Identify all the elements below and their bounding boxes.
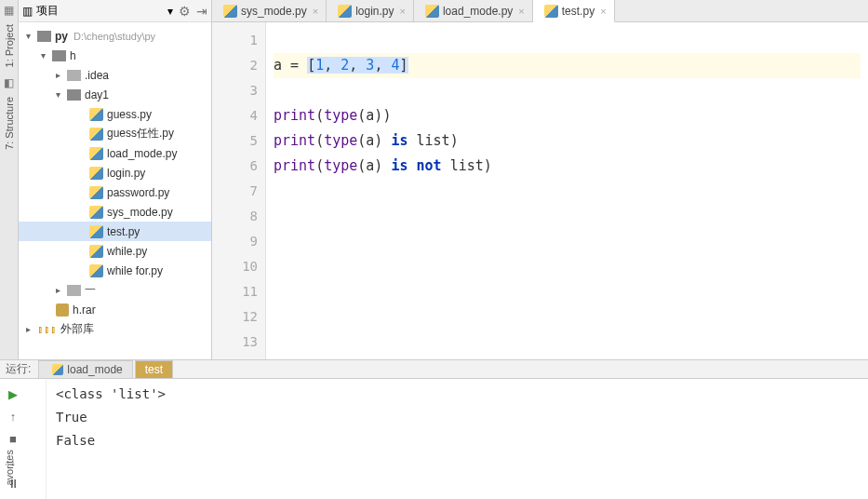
- file-label: login.py: [107, 167, 145, 180]
- tab-test[interactable]: test.py×: [533, 0, 615, 22]
- tree-folder-h[interactable]: ▾ h: [19, 46, 211, 65]
- chevron-down-icon[interactable]: ▾: [52, 89, 63, 100]
- run-button[interactable]: ▶: [4, 384, 22, 403]
- code-editor[interactable]: a = [1, 2, 3, 4] print(type(a)) print(ty…: [266, 22, 868, 359]
- line-number: 6: [212, 154, 258, 179]
- line-number: 2: [212, 53, 258, 78]
- folder-label: .idea: [85, 69, 109, 82]
- close-icon[interactable]: ×: [313, 6, 318, 17]
- tree-folder-dash[interactable]: ▸ 一: [19, 280, 211, 300]
- python-file-icon: [89, 186, 103, 199]
- python-file-icon: [89, 108, 103, 121]
- folder-icon: [67, 70, 81, 81]
- line-number: 12: [212, 304, 258, 330]
- folder-icon: [37, 31, 51, 42]
- external-label: 外部库: [60, 321, 94, 337]
- line-number: 13: [212, 330, 258, 355]
- folder-label: 一: [85, 282, 96, 298]
- project-panel: ▥ 项目 ▾ ⚙ ⇥ ▾ py D:\cheng\study\py ▾ h: [19, 0, 212, 359]
- tab-login[interactable]: login.py×: [327, 0, 414, 21]
- run-label: 运行:: [6, 361, 31, 377]
- python-file-icon: [223, 5, 237, 18]
- tree-file-while-for[interactable]: while for.py: [19, 261, 211, 280]
- structure-tool-tab[interactable]: 7: Structure: [2, 91, 17, 155]
- chevron-right-icon[interactable]: ▸: [52, 70, 63, 80]
- root-label: py: [55, 30, 68, 43]
- svg-rect-3: [67, 89, 81, 101]
- file-label: h.rar: [73, 303, 96, 317]
- line-number: 9: [212, 229, 258, 254]
- line-number: 5: [212, 128, 258, 154]
- folder-icon: [67, 285, 81, 296]
- tree-file-login[interactable]: login.py: [19, 163, 211, 182]
- file-label: password.py: [107, 186, 169, 199]
- project-title: 项目: [36, 3, 167, 19]
- tab-label: test.py: [562, 5, 594, 18]
- line-number: 11: [212, 279, 258, 304]
- tab-label: login.py: [355, 5, 394, 18]
- gear-icon[interactable]: ⚙: [179, 4, 191, 19]
- close-icon[interactable]: ×: [600, 6, 606, 17]
- tree-file-while[interactable]: while.py: [19, 241, 211, 261]
- folder-icon: [67, 89, 81, 101]
- tree-folder-idea[interactable]: ▸ .idea: [19, 65, 211, 85]
- code-line: [274, 78, 861, 103]
- tree-file-guess2[interactable]: guess任性.py: [19, 124, 211, 143]
- output-line: True: [56, 406, 859, 429]
- archive-icon: [56, 303, 69, 317]
- tab-label: sys_mode.py: [241, 5, 307, 18]
- python-file-icon: [52, 364, 63, 375]
- chevron-down-icon[interactable]: ▾: [37, 50, 48, 61]
- python-file-icon: [89, 167, 103, 180]
- project-view-icon: ▥: [22, 5, 33, 18]
- close-icon[interactable]: ×: [518, 6, 524, 17]
- editor-area: sys_mode.py× login.py× load_mode.py× tes…: [212, 0, 868, 359]
- tree-file-password[interactable]: password.py: [19, 182, 211, 202]
- structure-side-icon: ◧: [4, 76, 14, 89]
- collapse-icon[interactable]: ⇥: [196, 4, 207, 19]
- tree-root[interactable]: ▾ py D:\cheng\study\py: [19, 26, 211, 46]
- folder-label: day1: [85, 88, 109, 101]
- code-line: print(type(a)): [274, 103, 861, 128]
- chevron-down-icon[interactable]: ▾: [22, 31, 33, 41]
- line-gutter[interactable]: 1 2 3 4 5 6 7 8 9 10 11 12 13: [212, 22, 266, 359]
- line-number: 7: [212, 179, 258, 204]
- tree-file-guess[interactable]: guess.py: [19, 104, 211, 124]
- tree-external-libs[interactable]: ▸ ⫾⫾⫾ 外部库: [19, 319, 211, 339]
- python-file-icon: [544, 5, 558, 18]
- run-tab-load-mode[interactable]: load_mode: [38, 360, 132, 378]
- python-file-icon: [89, 225, 103, 238]
- file-label: guess任性.py: [107, 126, 174, 142]
- close-icon[interactable]: ×: [400, 6, 406, 17]
- tab-sys-mode[interactable]: sys_mode.py×: [212, 0, 327, 21]
- editor-tabbar: sys_mode.py× login.py× load_mode.py× tes…: [212, 0, 868, 22]
- tree-folder-day1[interactable]: ▾ day1: [19, 85, 211, 104]
- tree-file-sys-mode[interactable]: sys_mode.py: [19, 202, 211, 222]
- line-number: 10: [212, 254, 258, 279]
- run-output[interactable]: <class 'list'> True False: [47, 379, 868, 499]
- tree-file-load-mode[interactable]: load_mode.py: [19, 143, 211, 163]
- favorites-tool-tab[interactable]: avorites: [2, 444, 17, 492]
- project-tool-tab[interactable]: 1: Project: [2, 19, 17, 73]
- chevron-right-icon[interactable]: ▸: [22, 324, 33, 334]
- file-label: while.py: [107, 245, 147, 258]
- python-file-icon: [89, 147, 103, 160]
- tree-file-test[interactable]: test.py: [19, 222, 211, 241]
- svg-rect-4: [67, 285, 81, 296]
- run-tab-label: test: [145, 363, 163, 376]
- project-tree[interactable]: ▾ py D:\cheng\study\py ▾ h ▸ .idea ▾: [19, 22, 211, 359]
- scroll-up-icon[interactable]: ↑: [4, 407, 22, 425]
- svg-rect-2: [67, 70, 81, 81]
- dropdown-icon[interactable]: ▾: [167, 5, 173, 18]
- file-label: test.py: [107, 225, 140, 238]
- chevron-right-icon[interactable]: ▸: [52, 285, 63, 295]
- project-header: ▥ 项目 ▾ ⚙ ⇥: [19, 0, 211, 22]
- file-label: load_mode.py: [107, 147, 177, 160]
- run-tab-test[interactable]: test: [135, 360, 173, 378]
- tab-label: load_mode.py: [443, 5, 513, 18]
- tree-file-hrar[interactable]: h.rar: [19, 300, 211, 319]
- root-path: D:\cheng\study\py: [73, 31, 155, 42]
- file-label: while for.py: [107, 264, 163, 277]
- svg-rect-0: [37, 31, 51, 42]
- tab-load-mode[interactable]: load_mode.py×: [414, 0, 533, 21]
